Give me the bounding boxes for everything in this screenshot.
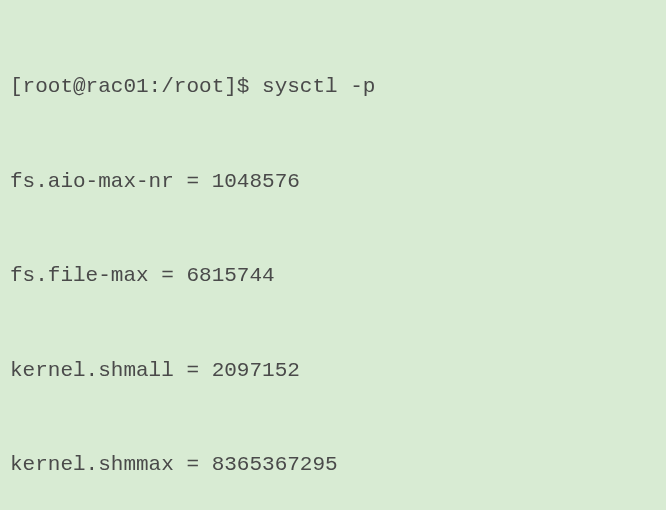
command-line: [root@rac01:/root]$ sysctl -p — [10, 71, 656, 103]
sysctl-output-line: kernel.shmall = 2097152 — [10, 355, 656, 387]
sysctl-output-line: kernel.shmmax = 8365367295 — [10, 449, 656, 481]
sysctl-output-line: fs.aio-max-nr = 1048576 — [10, 166, 656, 198]
terminal-output: [root@rac01:/root]$ sysctl -p fs.aio-max… — [10, 8, 656, 510]
shell-prompt: [root@rac01:/root]$ — [10, 75, 262, 98]
command-text: sysctl -p — [262, 75, 375, 98]
sysctl-output-line: fs.file-max = 6815744 — [10, 260, 656, 292]
